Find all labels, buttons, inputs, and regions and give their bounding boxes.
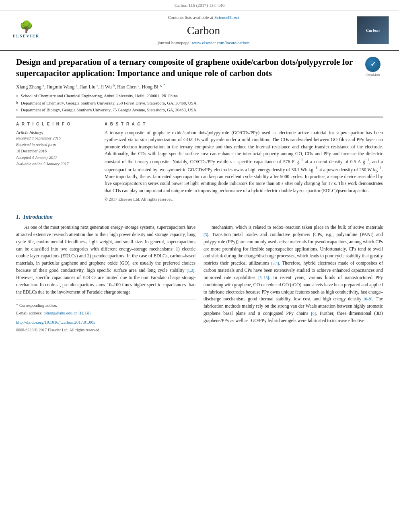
homepage-link[interactable]: www.elsevier.com/locate/carbon [192,40,249,45]
citation-3-4[interactable]: [3,4] [271,261,279,265]
affiliations: a School of Chemistry and Chemical Engin… [16,93,383,113]
intro-right-column: mechanism, which is related to redox–rea… [204,224,383,333]
section-title: Introduction [23,214,53,220]
article-history: Article history: Received 8 September 20… [16,129,97,167]
main-content: Design and preparation of a ternary comp… [0,51,399,339]
carbon-cover-label: Carbon [366,27,380,33]
section-number: 1. [16,214,21,220]
carbon-cover-image: Carbon [357,16,389,44]
journal-ref-text: Carbon 115 (2017) 134–146 [175,3,225,8]
header-divider [16,117,383,117]
intro-left-paragraph: As one of the most promising next genera… [16,224,195,296]
elsevier-logo: 🌳 ELSEVIER [8,18,44,42]
citation-6-9[interactable]: [6–9] [364,297,372,301]
history-revised-date-text: 10 December 2016 [16,148,97,154]
abstract-text: A ternary composite of graphene oxide/ca… [105,129,383,194]
elsevier-wordmark: ELSEVIER [13,33,40,39]
copyright-line: © 2017 Elsevier Ltd. All rights reserved… [105,197,383,203]
abstract-column: A B S T R A C T A ternary composite of g… [105,121,383,203]
contents-label: Contents lists available at [168,15,213,20]
affiliation-a: a School of Chemistry and Chemical Engin… [16,93,383,99]
abstract-heading: A B S T R A C T [105,121,383,127]
intro-right-paragraph: mechanism, which is related to redox–rea… [204,224,383,324]
history-accepted: Accepted 4 January 2017 [16,155,97,160]
citation-1-2[interactable]: [1,2] [187,268,194,273]
affil-text-b: Department of Chemistry, Georgia Souther… [21,100,196,107]
crossmark-badge: ✓ CrossMark [363,57,383,77]
doi-section: http://dx.doi.org/10.1016/j.carbon.2017.… [16,319,195,333]
history-revised-label: Received in revised form [16,142,97,148]
citation-3-13[interactable]: [3–13] [258,275,269,280]
history-revised: Received in revised form [16,142,97,148]
affil-text-a: School of Chemistry and Chemical Enginee… [21,93,178,99]
corresponding-label: * Corresponding author. [16,303,57,308]
elsevier-logo-block: 🌳 ELSEVIER [8,18,44,42]
history-online: Available online 5 January 2017 [16,161,97,167]
elsevier-tree-icon: 🌳 [19,21,33,33]
journal-header-center: Contents lists available at ScienceDirec… [52,14,355,46]
affil-text-c: Department of Biology, Georgia Southern … [21,107,196,113]
footnote-section: * Corresponding author. E-mail address: … [16,300,195,316]
body-divider [16,207,383,207]
affil-sup-a: a [16,93,20,99]
email-link[interactable]: bihong@ahu.edu.cn (H. Bi). [43,311,91,315]
introduction-heading: 1. Introduction [16,213,383,221]
journal-header: 🌳 ELSEVIER Contents lists available at S… [0,10,399,51]
article-title-section: Design and preparation of a ternary comp… [16,57,383,79]
body-section: 1. Introduction As one of the most promi… [16,213,383,333]
affiliation-c: c Department of Biology, Georgia Souther… [16,107,383,113]
carbon-thumbnail: Carbon [355,16,391,44]
issn-line: 0008-6223/© 2017 Elsevier Ltd. All right… [16,327,195,333]
citation-3[interactable]: [3] [204,232,208,237]
article-info-column: A R T I C L E I N F O Article history: R… [16,121,97,203]
contents-line: Contents lists available at ScienceDirec… [52,14,355,21]
journal-reference: Carbon 115 (2017) 134–146 [0,0,399,10]
history-online-label: Available online 5 January 2017 [16,161,97,167]
authors-line: Xiang Zhang a, Jingmin Wang a, Jian Liu … [16,83,383,90]
crossmark-icon: ✓ [365,57,380,72]
history-accepted-label: Accepted 4 January 2017 [16,155,97,160]
history-received-label: Received 8 September 2016 [16,136,97,141]
intro-left-column: As one of the most promising next genera… [16,224,195,333]
homepage-line: journal homepage: www.elsevier.com/locat… [52,40,355,46]
affil-sup-c: c [16,107,20,113]
email-note: E-mail address: bihong@ahu.edu.cn (H. Bi… [16,310,195,316]
crossmark-label: CrossMark [366,73,380,77]
article-title: Design and preparation of a ternary comp… [16,57,357,79]
journal-title: Carbon [52,23,355,38]
affil-sup-b: b [16,100,20,106]
corresponding-note: * Corresponding author. [16,302,195,309]
affiliation-b: b Department of Chemistry, Georgia South… [16,100,383,107]
citation-6[interactable]: [6] [311,311,316,316]
homepage-label: journal homepage: [158,40,191,45]
email-label: E-mail address: [16,311,43,315]
sciencedirect-link[interactable]: ScienceDirect [214,15,239,20]
history-received: Received 8 September 2016 [16,136,97,141]
doi-link[interactable]: http://dx.doi.org/10.1016/j.carbon.2017.… [16,320,95,325]
history-label: Article history: [16,129,97,136]
history-revised-date: 10 December 2016 [16,148,97,154]
article-info-abstract: A R T I C L E I N F O Article history: R… [16,121,383,203]
introduction-body: As one of the most promising next genera… [16,224,383,333]
article-info-heading: A R T I C L E I N F O [16,121,97,127]
